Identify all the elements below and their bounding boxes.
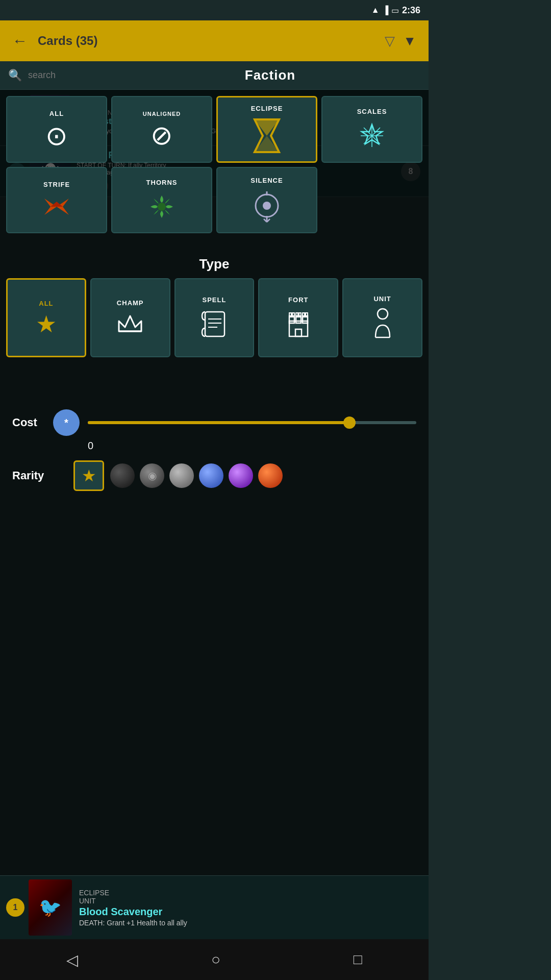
gem-gray[interactable] (169, 463, 194, 488)
type-unit-icon (371, 308, 394, 340)
cost-slider-thumb[interactable] (343, 416, 356, 429)
faction-scales-label: SCALES (357, 108, 387, 115)
faction-all[interactable]: ALL ⊙ (6, 96, 107, 163)
gem-dark1[interactable] (110, 463, 135, 488)
filter-outline-icon[interactable]: ▽ (381, 29, 399, 53)
cost-row: Cost * (12, 409, 416, 436)
type-unit-label: UNIT (373, 295, 391, 303)
faction-eclipse[interactable]: ECLIPSE (216, 96, 317, 163)
bottom-card-name: Blood Scavenger (79, 906, 422, 918)
search-input[interactable] (28, 70, 120, 81)
nav-home-button[interactable]: ○ (191, 945, 241, 974)
faction-thorns-icon (146, 191, 177, 222)
faction-scales-icon (357, 120, 387, 151)
search-bar: 🔍 Faction (0, 61, 429, 90)
faction-strife-label: STRIFE (43, 181, 70, 188)
cost-value-row: 0 (88, 440, 416, 452)
wifi-icon: ▲ (371, 6, 380, 15)
bottom-card-thumbnail: 🐦 (29, 879, 72, 936)
faction-strife-icon (40, 193, 73, 220)
bottom-card-faction-type: ECLIPSE UNIT (79, 889, 422, 905)
signal-icon: ▐ (383, 6, 388, 15)
cost-slider-fill (88, 421, 350, 424)
rarity-label: Rarity (12, 469, 73, 482)
nav-square-button[interactable]: □ (333, 945, 383, 974)
status-time: 2:36 (402, 5, 420, 16)
type-fort-icon (285, 309, 312, 339)
nav-bar: ◁ ○ □ (0, 939, 429, 980)
faction-strife[interactable]: STRIFE (6, 167, 107, 233)
svg-rect-28 (295, 329, 302, 336)
faction-thorns-label: THORNS (146, 179, 178, 186)
type-champ[interactable]: CHAMP (90, 278, 170, 357)
cost-slider-track[interactable] (88, 421, 416, 424)
type-all[interactable]: ALL ★ (6, 278, 86, 357)
type-unit[interactable]: UNIT (342, 278, 422, 357)
faction-section: ALL ⊙ UNALIGNED ⊘ ECLIPSE SCALES (0, 90, 429, 243)
type-champ-icon (116, 312, 144, 336)
faction-section-title: Faction (120, 67, 420, 83)
type-all-icon: ★ (36, 312, 57, 336)
type-champ-label: CHAMP (117, 299, 144, 307)
rarity-row: Rarity ★ ◉ (12, 460, 416, 491)
type-section: Type ALL ★ CHAMP SPELL (0, 250, 429, 363)
gem-purple[interactable] (229, 463, 253, 488)
gem-blue[interactable] (199, 463, 223, 488)
nav-back-button[interactable]: ◁ (46, 945, 98, 975)
bottom-card-description: DEATH: Grant +1 Health to all ally (79, 919, 422, 927)
type-spell-label: SPELL (203, 296, 227, 304)
back-button[interactable]: ← (8, 28, 32, 54)
filter-filled-icon[interactable]: ▼ (399, 29, 420, 53)
rarity-star-icon: ★ (82, 466, 96, 485)
faction-all-icon: ⊙ (45, 122, 68, 149)
rarity-selected-badge[interactable]: ★ (73, 460, 104, 491)
type-fort[interactable]: FORT (258, 278, 338, 357)
battery-icon: ▭ (391, 6, 399, 15)
faction-silence[interactable]: SILENCE (216, 167, 317, 233)
page-title: Cards (35) (38, 34, 381, 48)
status-bar: ▲ ▐ ▭ 2:36 (0, 0, 429, 20)
rarity-section: Rarity ★ ◉ (0, 454, 429, 497)
cost-section: Cost * 0 (0, 403, 429, 458)
faction-thorns[interactable]: THORNS (111, 167, 212, 233)
type-fort-label: FORT (288, 296, 308, 304)
top-bar: ← Cards (35) ▽ ▼ (0, 20, 429, 61)
faction-eclipse-icon (253, 117, 281, 154)
type-section-title: Type (6, 256, 422, 272)
faction-all-label: ALL (49, 110, 64, 117)
svg-rect-14 (205, 312, 224, 336)
bottom-card-info: ECLIPSE UNIT Blood Scavenger DEATH: Gran… (79, 889, 422, 927)
type-grid: ALL ★ CHAMP SPELL (6, 278, 422, 357)
faction-unaligned-label: UNALIGNED (143, 111, 181, 117)
cost-value: 0 (88, 440, 93, 451)
svg-point-8 (158, 203, 166, 211)
cost-label: Cost (12, 416, 53, 429)
type-all-label: ALL (39, 300, 53, 307)
svg-point-10 (263, 202, 271, 210)
search-icon: 🔍 (8, 69, 22, 82)
gem-dark2[interactable]: ◉ (140, 463, 164, 488)
gem-red[interactable] (258, 463, 283, 488)
faction-unaligned[interactable]: UNALIGNED ⊘ (111, 96, 212, 163)
faction-silence-label: SILENCE (251, 177, 283, 184)
type-spell-icon (201, 309, 228, 339)
faction-silence-icon (252, 189, 282, 224)
bottom-card-number: 1 (6, 898, 24, 917)
svg-point-29 (378, 309, 388, 319)
faction-scales[interactable]: SCALES (321, 96, 422, 163)
type-spell[interactable]: SPELL (174, 278, 255, 357)
cost-badge: * (53, 409, 80, 436)
faction-grid: ALL ⊙ UNALIGNED ⊘ ECLIPSE SCALES (6, 96, 422, 233)
faction-unaligned-icon: ⊘ (151, 122, 173, 149)
bottom-card[interactable]: 1 🐦 ECLIPSE UNIT Blood Scavenger DEATH: … (0, 875, 429, 939)
faction-eclipse-label: ECLIPSE (251, 105, 283, 112)
